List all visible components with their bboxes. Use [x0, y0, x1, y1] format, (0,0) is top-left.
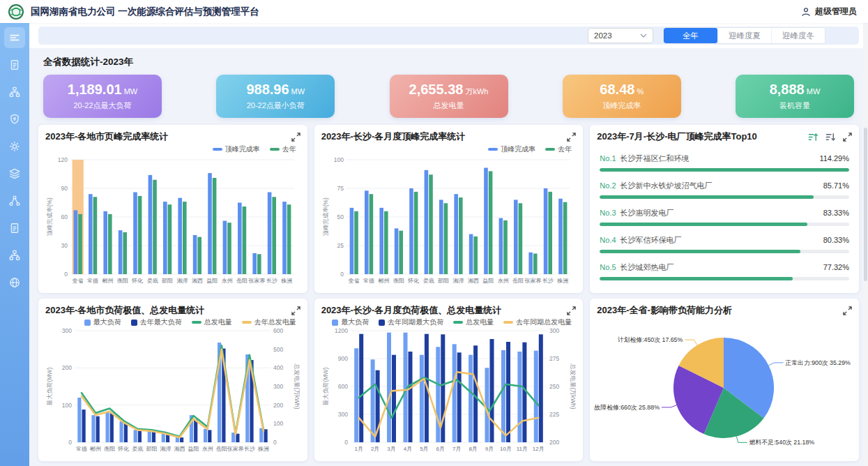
kpi-card-peak-completion: 68.48% 顶峰完成率: [563, 75, 681, 118]
bar: [89, 194, 93, 274]
legend-marker: [453, 321, 463, 324]
panel-title: 2023年-7月-长沙-电厂顶峰完成率Top10: [597, 130, 756, 143]
svg-text:50: 50: [337, 213, 344, 220]
sidebar-item-menu[interactable]: [4, 27, 25, 48]
svg-text:25: 25: [337, 242, 344, 249]
bar: [163, 202, 167, 274]
svg-text:最大负荷(MW): 最大负荷(MW): [46, 367, 53, 405]
kpi-unit: %: [637, 87, 644, 96]
bar: [96, 416, 100, 442]
legend-item[interactable]: 顶峰完成率: [213, 145, 260, 153]
svg-text:8月: 8月: [469, 446, 477, 452]
tab-full-year[interactable]: 全年: [664, 28, 717, 43]
chart1-canvas[interactable]: 0306090120全省常德郴州衡阳怀化娄底邵阳湘潭湘西益阳永州岳阳张家界长沙株…: [45, 154, 300, 288]
svg-text:总发电量(万kWh): 总发电量(万kWh): [294, 363, 300, 409]
legend-item[interactable]: 去年总发电量: [242, 319, 296, 326]
expand-icon[interactable]: [567, 133, 576, 142]
svg-text:225: 225: [549, 411, 559, 418]
pie-canvas[interactable]: 正常出力:900次 35.29%燃料不足:540次 21.18%故障检修:660…: [597, 317, 852, 456]
legend-item[interactable]: 总发电量: [453, 319, 494, 326]
scrollbar-thumb[interactable]: [864, 128, 867, 281]
app-header: 国网湖南省电力公司 一次能源综合评估与预测管理平台 超级管理员: [0, 0, 868, 23]
legend-item[interactable]: 去年最大负荷: [131, 319, 182, 326]
svg-text:200: 200: [549, 439, 559, 446]
tab-summer-peak[interactable]: 迎峰度夏: [717, 28, 771, 43]
sidebar-item-layers[interactable]: [4, 163, 25, 184]
legend-item[interactable]: 最大负荷: [332, 319, 369, 326]
expand-icon[interactable]: [291, 133, 300, 142]
svg-text:300: 300: [549, 327, 559, 334]
bar: [257, 254, 261, 274]
legend-item[interactable]: 最大负荷: [84, 319, 121, 326]
sidebar-item-security[interactable]: [4, 109, 25, 130]
legend-marker: [131, 320, 137, 326]
svg-text:60: 60: [61, 213, 68, 220]
bar: [133, 193, 137, 275]
legend-label: 去年最大负荷: [140, 317, 182, 327]
expand-icon[interactable]: [843, 306, 852, 315]
svg-text:30: 30: [61, 242, 68, 249]
chart5-canvas[interactable]: 030060090012002002252502753001月2月3月4月5月6…: [321, 326, 577, 456]
chart1-legend: 顶峰完成率去年: [45, 143, 300, 154]
legend-label: 最大负荷: [93, 317, 121, 327]
legend-marker: [84, 320, 91, 326]
bar: [548, 192, 552, 274]
panel-load-capacity-analysis: 2023年-全省-影响带负荷能力分析 正常出力:900次 35.29%燃料不足:…: [590, 299, 859, 461]
chart2-legend: 顶峰完成率去年: [321, 143, 577, 154]
legend-item[interactable]: 去年: [545, 145, 572, 153]
bar: [387, 333, 391, 442]
svg-text:200: 200: [273, 402, 283, 409]
bar: [349, 208, 353, 274]
sort-desc-icon[interactable]: [825, 132, 836, 142]
bar: [359, 334, 363, 442]
sidebar-item-report[interactable]: [4, 54, 25, 75]
bar: [134, 430, 137, 442]
progress-track: [600, 223, 849, 226]
sidebar-item-distribution[interactable]: [4, 190, 25, 211]
legend-item[interactable]: 去年: [270, 145, 296, 153]
svg-text:长沙: 长沙: [244, 446, 256, 452]
panel-city-peak-completion: 2023年-各地市页峰完成率统计 顶峰完成率去年 0306090120全省常德郴…: [38, 125, 307, 293]
progress-fill: [600, 223, 807, 226]
chart2-canvas[interactable]: 0255075100全省常德郴州衡阳怀化娄底邵阳湘潭湘西益阳永州岳阳张家界长沙株…: [321, 154, 577, 288]
sidebar-item-settings[interactable]: [4, 136, 25, 157]
legend-marker: [379, 320, 385, 326]
pie-label-line: [769, 363, 784, 366]
svg-text:益阳: 益阳: [206, 278, 218, 284]
app-logo-icon: [8, 3, 24, 20]
bar: [469, 234, 473, 274]
svg-text:顶峰完成率(%): 顶峰完成率(%): [322, 197, 329, 236]
svg-text:娄底: 娄底: [422, 278, 434, 284]
bar: [287, 204, 291, 274]
legend-item[interactable]: 总发电量: [192, 319, 232, 326]
sidebar-item-network[interactable]: [4, 272, 25, 293]
sidebar-item-topology[interactable]: [4, 82, 25, 103]
bar: [243, 206, 247, 274]
page-scrollbar[interactable]: [863, 23, 868, 466]
expand-icon[interactable]: [843, 133, 852, 142]
bar: [370, 359, 374, 442]
svg-text:12月: 12月: [532, 446, 544, 452]
svg-text:怀化: 怀化: [407, 278, 419, 284]
legend-item[interactable]: 顶峰完成率: [488, 145, 535, 153]
year-select[interactable]: 2023: [588, 28, 653, 43]
sort-asc-icon[interactable]: [808, 132, 818, 142]
chart4-canvas[interactable]: 01002003000100200300400500600常德郴州衡阳怀化娄底邵…: [45, 326, 300, 456]
bar: [183, 202, 187, 274]
bar: [488, 171, 492, 274]
legend-item[interactable]: 去年同期总发电量: [503, 319, 572, 326]
svg-text:邵阳: 邵阳: [162, 278, 173, 284]
svg-text:300: 300: [273, 383, 283, 390]
sidebar-item-records[interactable]: [4, 218, 25, 239]
expand-icon[interactable]: [291, 306, 300, 315]
sidebar-item-structure[interactable]: [4, 245, 25, 266]
tab-winter-peak[interactable]: 迎峰度冬: [771, 28, 825, 43]
legend-item[interactable]: 去年同期最大负荷: [379, 319, 443, 326]
bar: [194, 420, 197, 443]
svg-text:全省: 全省: [73, 278, 84, 284]
share-nodes-icon: [8, 194, 22, 208]
toolbar: 2023 全年 迎峰度夏 迎峰度冬: [29, 23, 868, 48]
expand-icon[interactable]: [567, 306, 576, 315]
svg-text:600: 600: [273, 327, 283, 334]
user-menu[interactable]: 超级管理员: [800, 6, 857, 17]
